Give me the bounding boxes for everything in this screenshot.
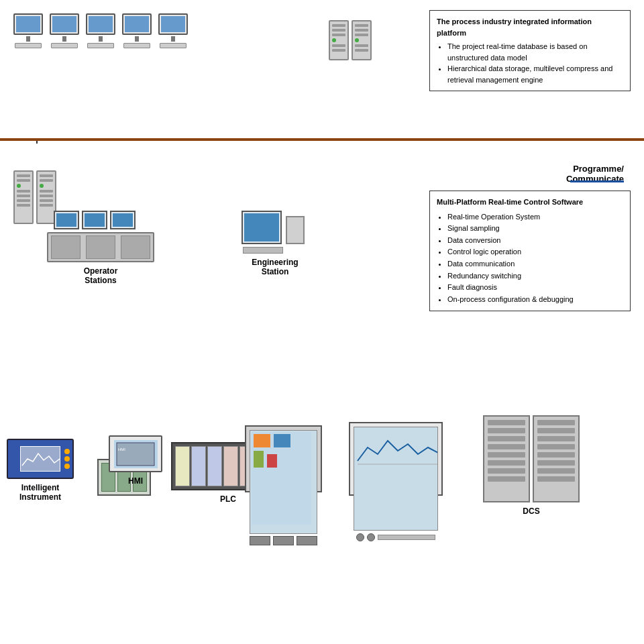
dcs-row-1-3	[488, 436, 525, 441]
workstation-2	[50, 13, 79, 48]
mid-section: Programme/Communicate Multi-Platform Rea…	[0, 144, 644, 405]
monitor-3	[86, 13, 115, 35]
workstation-5	[158, 13, 188, 48]
mid-bullet-2: Signal sampling	[447, 223, 623, 235]
operator-label: Operator Stations	[47, 266, 154, 285]
hmi1-label: HMI	[109, 476, 162, 486]
intel-btn-2	[64, 456, 70, 462]
hmi2-body	[245, 425, 322, 492]
svg-rect-35	[267, 454, 277, 468]
intel-btn-1	[64, 449, 70, 454]
dcs-cabinet-1	[483, 415, 530, 502]
hmi1-screen-inner: HMI	[114, 440, 158, 468]
plc-mod-3	[207, 446, 222, 486]
dcs-row-1-6	[488, 460, 525, 466]
hybrid-controls	[354, 533, 438, 541]
dcs-row-2-7	[537, 468, 575, 474]
mid-bullet-7: Fault diagnosis	[447, 282, 623, 294]
desk-panel-3	[121, 235, 150, 259]
hybrid-ctrl-1	[356, 533, 364, 541]
hybrid-graph	[354, 427, 437, 530]
keyboard-3	[87, 43, 114, 48]
intelligent-instrument-body	[7, 439, 74, 479]
plc-mod-4	[223, 446, 238, 486]
monitor-1	[13, 13, 43, 35]
intelligent-label-1: Intelligent	[7, 483, 74, 492]
dcs-row-1-8	[488, 476, 525, 482]
eng-tower	[286, 216, 305, 244]
svg-rect-32	[254, 434, 270, 447]
hybrid-controller-area: Hybrid Controller	[349, 422, 443, 509]
eng-station-body	[241, 211, 309, 254]
op-monitors-row	[54, 211, 154, 229]
op-monitor-1	[54, 211, 79, 229]
keyboard-2	[51, 43, 78, 48]
mid-bullet-4: Control logic operation	[447, 246, 623, 258]
hybrid-screen	[354, 427, 438, 531]
keyboard-1	[15, 43, 42, 48]
dcs-row-2-1	[537, 420, 575, 425]
hmi1-graph: HMI	[115, 441, 156, 467]
desk-panel-1	[51, 235, 80, 259]
engineering-station-area: Engineering Station	[241, 211, 309, 276]
top-info-title: The process industry integrated informat…	[437, 16, 623, 38]
op-monitor-3	[110, 211, 136, 229]
dcs-row-1-5	[488, 452, 525, 458]
dcs-row-2-5	[537, 452, 575, 458]
monitor-5	[158, 13, 188, 35]
hmi2-area: HMI	[245, 425, 322, 506]
hmi2-btn-3	[297, 536, 317, 545]
operator-stations-area: Operator Stations	[47, 211, 154, 285]
mid-tower-1	[13, 170, 34, 224]
hybrid-body	[349, 422, 443, 496]
mid-bullet-8: On-process configuration & debugging	[447, 294, 623, 306]
mid-info-list: Real-time Operation System Signal sampli…	[437, 211, 623, 306]
workstation-3	[86, 13, 115, 48]
stand-2	[62, 36, 66, 42]
dcs-row-2-4	[537, 444, 575, 449]
mid-bullet-1: Real-time Operation System	[447, 211, 623, 223]
dcs-row-2-6	[537, 460, 575, 466]
hmi2-buttons-row	[250, 536, 317, 545]
dcs-row-1-1	[488, 420, 525, 425]
top-info-box: The process industry integrated informat…	[429, 10, 631, 91]
mid-info-box: Multi-Platform Real-time Control Softwar…	[429, 191, 631, 311]
hybrid-ctrl-2	[367, 533, 375, 541]
hybrid-bar	[378, 535, 435, 540]
dcs-row-1-7	[488, 468, 525, 474]
svg-rect-33	[274, 434, 290, 447]
bottom-section: Intelligent Instrument HMI HMI	[0, 405, 644, 644]
operator-desk	[47, 232, 154, 262]
plc-mod-2	[191, 446, 206, 486]
keyboard-5	[160, 43, 186, 48]
dcs-row-1-2	[488, 428, 525, 433]
svg-rect-34	[254, 451, 264, 468]
keyboard-4	[123, 43, 150, 48]
stand-1	[26, 36, 30, 42]
top-server-rack	[329, 20, 372, 60]
intel-waveform	[21, 447, 60, 471]
eng-monitor	[241, 211, 282, 244]
mid-info-title: Multi-Platform Real-time Control Softwar…	[437, 197, 623, 209]
workstation-4	[122, 13, 152, 48]
top-server-area	[329, 20, 372, 60]
eng-keyboard	[243, 247, 283, 254]
stand-3	[99, 36, 103, 42]
workstations-area	[13, 13, 188, 48]
hmi2-display	[250, 431, 317, 533]
dcs-area: DCS	[483, 415, 580, 516]
tower-unit-1	[329, 20, 349, 60]
dcs-label: DCS	[483, 506, 580, 516]
intelligent-label-2: Instrument	[7, 492, 74, 502]
mid-bullet-6: Redundancy switching	[447, 270, 623, 282]
workstation-1	[13, 13, 43, 48]
top-info-item-1: The project real-time database is based …	[447, 41, 623, 63]
stand-4	[135, 36, 139, 42]
intel-screen	[20, 446, 60, 472]
op-monitor-2	[82, 211, 107, 229]
top-info-list: The project real-time database is based …	[437, 41, 623, 85]
hmi1-area: HMI HMI	[109, 435, 162, 486]
intel-btn-3	[64, 464, 70, 469]
intel-buttons	[64, 449, 70, 469]
tower-unit-2	[352, 20, 372, 60]
